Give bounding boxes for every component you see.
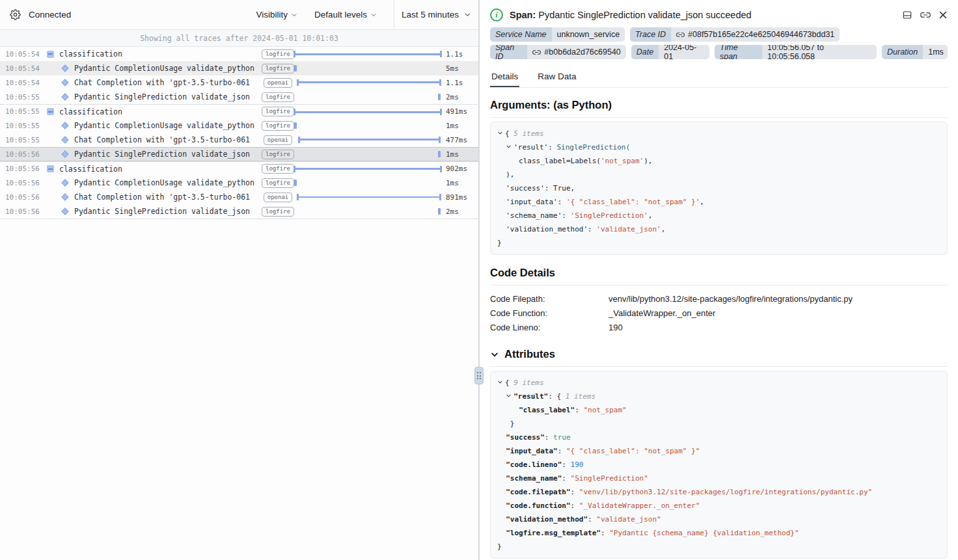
- trace-row[interactable]: 10:05:56Chat Completion with 'gpt-3.5-tu…: [0, 190, 478, 204]
- trace-row[interactable]: 10:05:56Pydantic SinglePrediction valida…: [0, 204, 478, 219]
- trace-row[interactable]: 10:05:55Chat Completion with 'gpt-3.5-tu…: [0, 133, 478, 147]
- duration-bar: [294, 51, 442, 57]
- code-line: "code.lineno": 190: [497, 458, 940, 472]
- code-segment: ,: [661, 225, 666, 233]
- trace-time: 10:05:55: [5, 93, 46, 101]
- code-segment: "validate_json": [596, 515, 661, 524]
- trace-row[interactable]: 10:05:54Pydantic CompletionUsage validat…: [0, 61, 478, 75]
- code-segment: "code.filepath": [506, 488, 570, 496]
- duration-bar-cell: [294, 204, 442, 219]
- code-segment: ,: [700, 198, 704, 206]
- trace-row[interactable]: 10:05:55Pydantic SinglePrediction valida…: [0, 90, 478, 104]
- divider-drag-handle[interactable]: [474, 367, 484, 384]
- trace-time: 10:05:56: [5, 150, 46, 159]
- trace-time: 10:05:56: [5, 179, 46, 187]
- duration-bar-cell: [294, 61, 442, 75]
- duration-bar-cell: [294, 47, 442, 61]
- default-levels-dropdown[interactable]: Default levels: [314, 10, 377, 20]
- span-title: Span: Pydantic SinglePrediction validate…: [510, 10, 752, 20]
- collapse-toggle-icon[interactable]: [47, 108, 54, 115]
- code-segment: "_ValidateWrapper._on_enter": [579, 501, 700, 510]
- code-segment: [497, 143, 506, 152]
- code-line: "schema_name": "SinglePrediction": [497, 472, 940, 485]
- duration-bar: [438, 151, 441, 157]
- attributes-heading[interactable]: Attributes: [490, 348, 948, 367]
- badge-label: Date: [631, 45, 659, 59]
- visibility-dropdown[interactable]: Visibility: [256, 10, 297, 20]
- trace-tag-badge: logfire: [262, 150, 294, 159]
- trace-tag-cell: logfire: [262, 121, 294, 131]
- badge-value-text: 1ms: [928, 47, 944, 57]
- trace-time: 10:05:56: [5, 165, 46, 173]
- span-diamond-icon: [61, 79, 68, 86]
- trace-tree-cell: Pydantic SinglePrediction validate_json: [47, 92, 262, 101]
- code-segment: :: [571, 501, 579, 510]
- tab-raw-data[interactable]: Raw Data: [536, 68, 577, 87]
- settings-gear-button[interactable]: [10, 9, 21, 20]
- trace-tree-cell: Pydantic CompletionUsage validate_python: [47, 121, 262, 130]
- collapse-toggle-icon[interactable]: [47, 165, 54, 172]
- expand-chevron-icon[interactable]: [497, 376, 505, 390]
- trace-name: Pydantic SinglePrediction validate_json: [74, 207, 250, 216]
- trace-duration: 1ms: [442, 122, 478, 130]
- badge-value-text: 2024-05-01: [664, 45, 704, 59]
- code-segment: 'success': True,: [497, 184, 575, 193]
- badge-value[interactable]: #b0b6da2d76c69540: [527, 45, 625, 59]
- badge-value[interactable]: #08f57b165e22c4e625046944673bdd31: [671, 27, 840, 42]
- dock-panel-button[interactable]: [902, 10, 912, 20]
- trace-name: classification: [59, 107, 122, 116]
- trace-row[interactable]: 10:05:54Chat Completion with 'gpt-3.5-tu…: [0, 75, 478, 90]
- trace-tag-cell: openai: [262, 135, 294, 145]
- code-line: "validation_method": "validate_json": [497, 513, 940, 526]
- expand-chevron-icon[interactable]: [497, 127, 505, 140]
- trace-row[interactable]: 10:05:55classificationlogfire491ms: [0, 104, 478, 118]
- connection-status: Connected: [29, 10, 71, 20]
- copy-link-button[interactable]: [920, 10, 931, 20]
- collapse-toggle-icon[interactable]: [47, 51, 54, 58]
- trace-tag-badge: logfire: [262, 164, 294, 174]
- trace-duration: 491ms: [442, 107, 478, 116]
- trace-tag-badge: openai: [264, 193, 293, 202]
- tab-details[interactable]: Details: [490, 68, 519, 87]
- panel-divider[interactable]: [478, 0, 480, 560]
- badge-value: 10:05:56.057 to 10:05:56.058: [762, 45, 877, 59]
- arguments-python-block: { 5 items 'result': SinglePrediction( cl…: [490, 122, 948, 255]
- chevron-down-icon: [464, 11, 471, 18]
- trace-time: 10:05:54: [5, 64, 46, 73]
- code-segment: :: [548, 392, 556, 401]
- badge-label: Time span: [715, 45, 762, 59]
- trace-row[interactable]: 10:05:56Pydantic CompletionUsage validat…: [0, 176, 478, 190]
- trace-row[interactable]: 10:05:56Pydantic SinglePrediction valida…: [0, 147, 478, 161]
- expand-chevron-icon[interactable]: [506, 390, 513, 403]
- code-segment: '{ "class_label": "not_spam" }': [566, 198, 700, 206]
- duration-bar-cell: [294, 162, 442, 176]
- close-panel-button[interactable]: [938, 10, 948, 20]
- span-diamond-icon: [61, 207, 68, 215]
- trace-row[interactable]: 10:05:54classificationlogfire1.1s: [0, 47, 478, 61]
- code-segment: 'schema_name':: [497, 211, 571, 220]
- trace-row[interactable]: 10:05:55Pydantic CompletionUsage validat…: [0, 118, 478, 133]
- time-range-dropdown[interactable]: Last 5 minutes: [394, 0, 478, 29]
- info-level-icon: i: [490, 8, 503, 21]
- code-segment: [497, 392, 506, 401]
- panel-actions: [902, 10, 948, 20]
- code-segment: "schema_name": [506, 474, 562, 483]
- trace-name: Chat Completion with 'gpt-3.5-turbo-061: [74, 135, 250, 144]
- trace-tree-cell: Chat Completion with 'gpt-3.5-turbo-061: [47, 78, 262, 87]
- code-segment: }: [497, 542, 502, 551]
- link-icon: [920, 10, 931, 20]
- trace-row[interactable]: 10:05:56classificationlogfire902ms: [0, 161, 478, 176]
- badge-value-text: #08f57b165e22c4e625046944673bdd31: [688, 30, 834, 39]
- duration-bar: [298, 137, 441, 143]
- duration-bar-cell: [294, 105, 442, 118]
- expand-chevron-icon[interactable]: [506, 140, 513, 154]
- span-diamond-icon: [61, 93, 68, 100]
- code-segment: "not_spam": [583, 406, 626, 414]
- duration-bar-cell: [294, 75, 442, 90]
- code-segment: ),: [644, 157, 652, 165]
- code-detail-label: Code Function:: [490, 306, 609, 321]
- attributes-heading-label: Attributes: [504, 348, 555, 360]
- trace-name: Pydantic CompletionUsage validate_python: [74, 178, 254, 187]
- span-level-label: Span:: [510, 10, 536, 20]
- code-line: }: [497, 236, 940, 250]
